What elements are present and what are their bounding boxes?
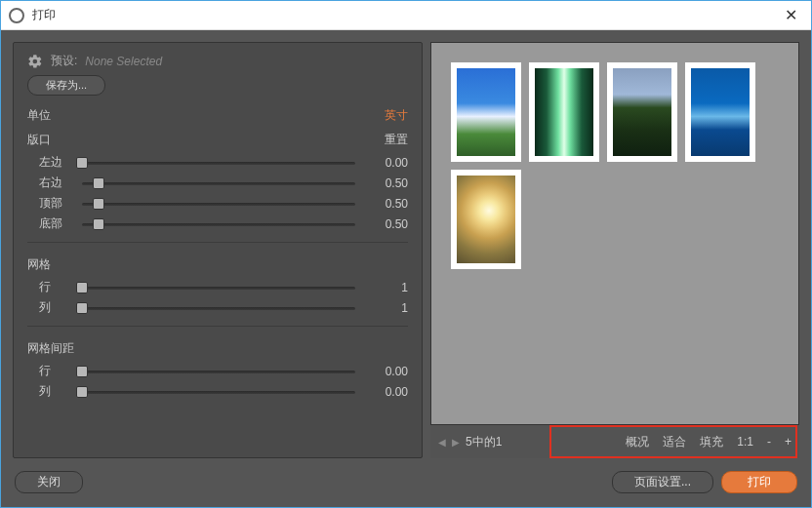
footer: 关闭 页面设置... 打印: [13, 468, 799, 495]
aperture-slider-row: 底部0.50: [39, 215, 408, 232]
settings-panel: 预设: None Selected 保存为... 单位 英寸 版口 重置 左边: [13, 42, 423, 458]
zoom-in-button[interactable]: +: [785, 435, 792, 449]
thumb-image: [457, 68, 515, 156]
close-button[interactable]: 关闭: [15, 471, 83, 493]
thumbnail[interactable]: [607, 62, 677, 162]
thumb-image: [691, 68, 750, 156]
units-row: 单位 英寸: [27, 107, 408, 124]
units-value-link[interactable]: 英寸: [385, 107, 408, 124]
aperture-reset-button[interactable]: 重置: [385, 132, 408, 148]
grid-slider-row: 行1: [39, 279, 408, 295]
zoom-controls: 概况 适合 填充 1:1 - +: [626, 434, 792, 450]
thumbnail[interactable]: [451, 62, 521, 162]
slider[interactable]: [82, 364, 355, 379]
spacing-label: 网格间距: [27, 340, 408, 357]
overview-button[interactable]: 概况: [626, 434, 649, 450]
main-row: 预设: None Selected 保存为... 单位 英寸 版口 重置 左边: [13, 42, 799, 458]
spacing-slider-row: 列0.00: [39, 383, 408, 400]
preview-panel: ◀ ▶ 5中的1 概况 适合 填充 1:1 - +: [430, 42, 799, 458]
slider[interactable]: [82, 216, 355, 232]
pager-prev-icon[interactable]: ◀: [438, 437, 446, 448]
aperture-head: 版口 重置: [27, 132, 408, 148]
slider-label: 行: [39, 363, 72, 379]
slider-value: 0.50: [365, 197, 408, 211]
grid-slider-row: 列1: [39, 299, 408, 316]
divider: [27, 242, 408, 243]
thumbnail[interactable]: [451, 170, 521, 269]
slider[interactable]: [82, 196, 355, 212]
window-title: 打印: [32, 7, 779, 23]
print-button[interactable]: 打印: [721, 471, 797, 493]
slider-value: 0.00: [365, 365, 408, 378]
page-setup-button[interactable]: 页面设置...: [612, 471, 713, 493]
thumb-image: [457, 176, 515, 263]
slider-value: 1: [365, 301, 408, 315]
aperture-slider-row: 顶部0.50: [39, 195, 408, 212]
pager-next-icon[interactable]: ▶: [452, 437, 460, 448]
preset-row: 预设: None Selected: [27, 53, 408, 69]
divider: [27, 326, 408, 327]
ratio-button[interactable]: 1:1: [737, 435, 753, 449]
preview-area: [430, 42, 799, 425]
slider[interactable]: [82, 280, 355, 295]
preset-value: None Selected: [85, 55, 162, 68]
units-label: 单位: [27, 107, 51, 124]
pager: ◀ ▶ 5中的1: [438, 434, 502, 450]
thumb-image: [613, 68, 671, 156]
slider-label: 右边: [39, 175, 72, 191]
slider-label: 左边: [39, 154, 72, 171]
aperture-label: 版口: [27, 132, 51, 148]
slider-value: 0.50: [365, 176, 408, 190]
aperture-slider-row: 右边0.50: [39, 175, 408, 191]
slider[interactable]: [82, 384, 355, 400]
slider[interactable]: [82, 155, 355, 171]
zoom-out-button[interactable]: -: [767, 435, 771, 449]
close-icon[interactable]: ✕: [779, 6, 803, 24]
slider-label: 顶部: [39, 195, 72, 212]
thumbnail[interactable]: [529, 62, 599, 162]
pager-text: 5中的1: [466, 434, 502, 450]
slider-value: 1: [365, 281, 408, 294]
app-icon: [9, 8, 24, 23]
saveas-row: 保存为...: [27, 75, 408, 96]
gear-icon[interactable]: [27, 54, 43, 69]
thumb-image: [535, 68, 593, 156]
thumbnail[interactable]: [685, 62, 755, 162]
slider-label: 列: [39, 383, 72, 400]
settings-scroll[interactable]: 预设: None Selected 保存为... 单位 英寸 版口 重置 左边: [14, 43, 422, 457]
dialog-body: 预设: None Selected 保存为... 单位 英寸 版口 重置 左边: [1, 30, 811, 507]
print-dialog: 打印 ✕ 预设: None Selected 保存为... 单位 英寸: [0, 0, 812, 508]
aperture-slider-row: 左边0.00: [39, 154, 408, 171]
grid-label: 网格: [27, 256, 408, 273]
fill-button[interactable]: 填充: [700, 434, 723, 450]
slider[interactable]: [82, 176, 355, 191]
save-as-button[interactable]: 保存为...: [27, 75, 105, 96]
slider-value: 0.00: [365, 156, 408, 170]
titlebar: 打印 ✕: [1, 1, 811, 30]
slider-label: 行: [39, 279, 72, 295]
slider-label: 列: [39, 299, 72, 316]
slider-value: 0.00: [365, 385, 408, 399]
slider-label: 底部: [39, 215, 72, 232]
preset-label: 预设:: [51, 53, 77, 69]
spacing-slider-row: 行0.00: [39, 363, 408, 379]
fit-button[interactable]: 适合: [663, 434, 686, 450]
slider[interactable]: [82, 300, 355, 316]
preview-toolbar: ◀ ▶ 5中的1 概况 适合 填充 1:1 - +: [430, 425, 799, 458]
slider-value: 0.50: [365, 217, 408, 231]
